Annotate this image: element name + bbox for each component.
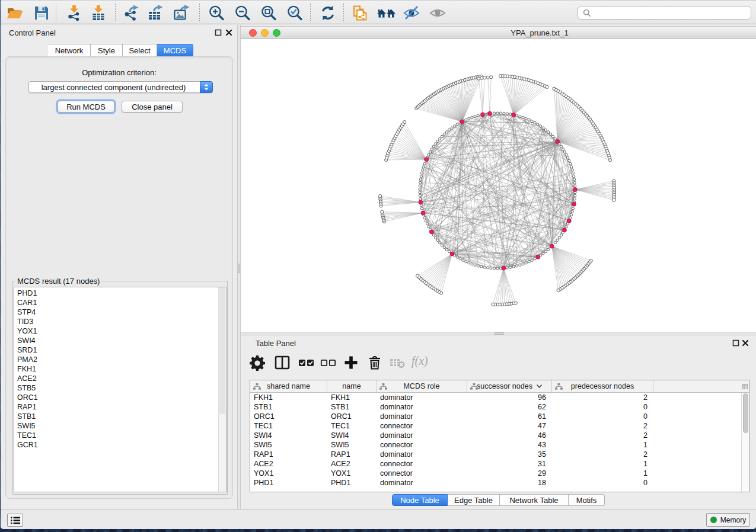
table-cell[interactable]: 1 [552, 469, 653, 478]
table-cell[interactable]: dominator [377, 431, 467, 440]
table-row[interactable]: ORC1ORC1dominator610 [250, 412, 741, 421]
import-table-icon[interactable] [90, 4, 107, 22]
table-row[interactable]: RAP1RAP1dominator352 [250, 450, 741, 459]
mcds-result-item[interactable]: STB1 [17, 412, 214, 421]
table-cell[interactable]: dominator [377, 393, 467, 402]
control-panel-tab[interactable]: MCDS [157, 44, 193, 57]
mcds-result-item[interactable]: TID3 [17, 317, 214, 326]
select-all-icon[interactable] [298, 354, 315, 371]
zoom-in-icon[interactable] [208, 4, 225, 22]
table-tab-network-table[interactable]: Network Table [500, 494, 569, 506]
show-columns-icon[interactable] [274, 354, 291, 371]
table-cell[interactable]: TEC1 [327, 421, 377, 431]
table-cell[interactable]: 47 [467, 421, 552, 431]
table-tab-motifs[interactable]: Motifs [569, 494, 605, 506]
table-cell[interactable]: 96 [467, 393, 552, 402]
table-cell[interactable]: dominator [377, 450, 467, 459]
close-panel-button[interactable]: Close panel [122, 101, 183, 113]
table-cell[interactable]: 2 [552, 393, 653, 402]
mcds-list-scrollbar[interactable] [218, 287, 226, 492]
column-header-successor-nodes[interactable]: successor nodes [467, 380, 552, 392]
table-cell[interactable]: 0 [552, 412, 653, 421]
table-cell[interactable]: connector [377, 421, 467, 431]
open-session-icon[interactable] [6, 4, 24, 22]
table-cell[interactable]: FKH1 [250, 393, 327, 402]
zoom-fit-icon[interactable] [260, 4, 277, 22]
mcds-result-item[interactable]: TEC1 [17, 431, 214, 440]
table-row[interactable]: ACE2ACE2connector311 [250, 459, 741, 469]
table-scrollbar-thumb[interactable] [743, 393, 748, 433]
settings-gear-icon[interactable] [249, 354, 266, 371]
column-header-shared-name[interactable]: shared name [250, 380, 327, 392]
mcds-result-item[interactable]: STB5 [17, 383, 214, 393]
run-mcds-button[interactable]: Run MCDS [58, 101, 114, 113]
deselect-all-icon[interactable] [320, 354, 337, 371]
float-table-panel-icon[interactable] [732, 339, 739, 347]
table-cell[interactable]: RAP1 [327, 450, 377, 459]
horizontal-splitter-handle[interactable] [495, 332, 504, 335]
close-table-panel-icon[interactable] [742, 339, 749, 347]
table-row[interactable]: SWI5SWI5connector431 [250, 440, 741, 450]
table-scrollbar[interactable] [741, 393, 749, 492]
save-session-icon[interactable] [33, 4, 50, 22]
table-cell[interactable]: 46 [467, 431, 552, 440]
close-window-traffic-light[interactable] [249, 29, 257, 37]
mcds-result-item[interactable]: PHD1 [17, 289, 214, 298]
table-cell[interactable]: ACE2 [250, 459, 327, 469]
control-panel-tab[interactable]: Network [48, 44, 91, 57]
table-cell[interactable]: 43 [467, 440, 552, 450]
column-header-MCDS-role[interactable]: MCDS role [377, 380, 467, 392]
table-cell[interactable]: SWI4 [327, 431, 377, 440]
table-cell[interactable]: 0 [552, 402, 653, 412]
mcds-result-item[interactable]: FKH1 [17, 364, 214, 374]
table-cell[interactable]: 29 [467, 469, 552, 478]
search-input[interactable] [591, 7, 751, 19]
task-history-icon[interactable] [7, 514, 23, 527]
network-canvas[interactable] [241, 39, 756, 332]
zoom-selected-icon[interactable] [286, 4, 304, 22]
table-row[interactable]: YOX1YOX1connector291 [250, 469, 741, 478]
table-cell[interactable]: STB1 [250, 402, 327, 412]
mcds-list-scrollbar-thumb[interactable] [219, 287, 225, 414]
table-cell[interactable]: 2 [552, 421, 653, 431]
show-panel-eye-icon[interactable] [429, 4, 446, 22]
mcds-result-item[interactable]: CAR1 [17, 298, 214, 307]
vertical-splitter-handle[interactable] [238, 264, 240, 273]
control-panel-tab[interactable]: Style [91, 44, 123, 57]
maximize-window-traffic-light[interactable] [273, 29, 280, 37]
table-cell[interactable]: TEC1 [250, 421, 327, 431]
minimize-window-traffic-light[interactable] [261, 29, 269, 37]
table-cell[interactable]: STB1 [327, 402, 377, 412]
table-cell[interactable]: YOX1 [250, 469, 327, 478]
table-cell[interactable]: dominator [377, 412, 467, 421]
table-cell[interactable]: ORC1 [327, 412, 377, 421]
table-row[interactable]: FKH1FKH1dominator962 [250, 393, 741, 402]
mcds-result-item[interactable]: ORC1 [17, 393, 214, 402]
mcds-result-item[interactable]: SWI4 [17, 336, 214, 345]
table-cell[interactable]: PHD1 [250, 478, 327, 488]
close-panel-icon[interactable] [225, 29, 232, 36]
float-panel-icon[interactable] [215, 29, 222, 36]
table-cell[interactable]: 31 [467, 459, 552, 469]
mcds-result-item[interactable]: SRD1 [17, 345, 214, 355]
control-panel-tab[interactable]: Select [123, 44, 157, 57]
table-cell[interactable]: 2 [552, 450, 653, 459]
mcds-result-item[interactable]: PMA2 [17, 355, 214, 364]
table-cell[interactable]: dominator [377, 478, 467, 488]
table-cell[interactable]: YOX1 [327, 469, 377, 478]
table-row[interactable]: STB1STB1dominator620 [250, 402, 741, 412]
table-cell[interactable]: connector [377, 469, 467, 478]
refresh-view-icon[interactable] [319, 4, 337, 22]
import-network-icon[interactable] [65, 4, 83, 22]
table-cell[interactable]: FKH1 [327, 393, 377, 402]
mcds-result-item[interactable]: GCR1 [17, 440, 214, 450]
table-cell[interactable]: connector [377, 440, 467, 450]
export-image-icon[interactable] [173, 4, 190, 22]
table-cell[interactable]: 1 [552, 440, 653, 450]
table-tab-node-table[interactable]: Node Table [392, 494, 448, 506]
column-header-predecessor-nodes[interactable]: predecessor nodes [552, 380, 653, 392]
table-tab-edge-table[interactable]: Edge Table [448, 494, 500, 506]
table-cell[interactable]: connector [377, 459, 467, 469]
memory-button[interactable]: Memory [706, 513, 750, 527]
table-cell[interactable]: RAP1 [250, 450, 327, 459]
